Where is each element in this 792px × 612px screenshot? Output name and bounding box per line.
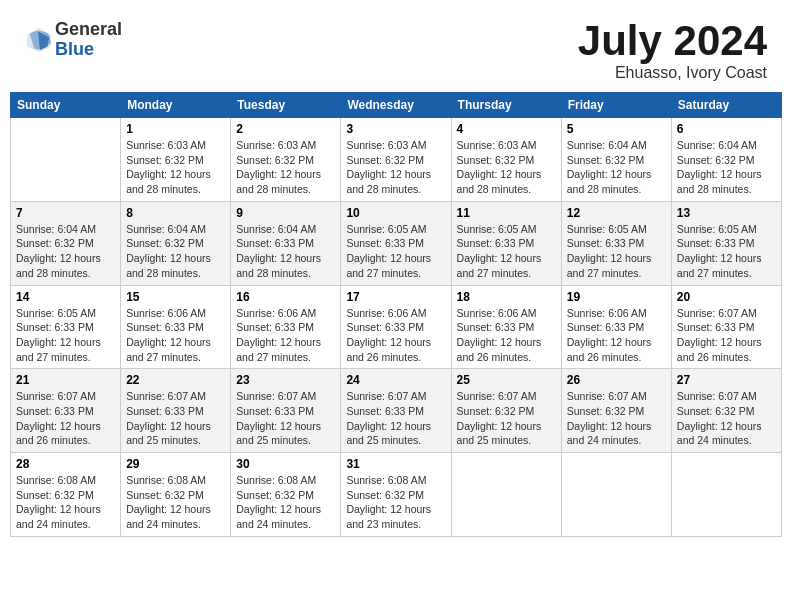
- day-number: 15: [126, 290, 225, 304]
- day-number: 13: [677, 206, 776, 220]
- day-number: 14: [16, 290, 115, 304]
- calendar-cell: [671, 453, 781, 537]
- day-number: 7: [16, 206, 115, 220]
- calendar-cell: 31Sunrise: 6:08 AMSunset: 6:32 PMDayligh…: [341, 453, 451, 537]
- day-number: 30: [236, 457, 335, 471]
- day-info: Sunrise: 6:05 AMSunset: 6:33 PMDaylight:…: [457, 222, 556, 281]
- day-info: Sunrise: 6:05 AMSunset: 6:33 PMDaylight:…: [346, 222, 445, 281]
- day-number: 12: [567, 206, 666, 220]
- day-info: Sunrise: 6:03 AMSunset: 6:32 PMDaylight:…: [236, 138, 335, 197]
- day-info: Sunrise: 6:07 AMSunset: 6:33 PMDaylight:…: [346, 389, 445, 448]
- calendar-cell: 12Sunrise: 6:05 AMSunset: 6:33 PMDayligh…: [561, 201, 671, 285]
- calendar-cell: 28Sunrise: 6:08 AMSunset: 6:32 PMDayligh…: [11, 453, 121, 537]
- day-number: 19: [567, 290, 666, 304]
- calendar-cell: 13Sunrise: 6:05 AMSunset: 6:33 PMDayligh…: [671, 201, 781, 285]
- calendar-cell: 19Sunrise: 6:06 AMSunset: 6:33 PMDayligh…: [561, 285, 671, 369]
- day-info: Sunrise: 6:06 AMSunset: 6:33 PMDaylight:…: [346, 306, 445, 365]
- weekday-header-sunday: Sunday: [11, 93, 121, 118]
- header: General Blue July 2024 Ehuasso, Ivory Co…: [10, 10, 782, 87]
- day-info: Sunrise: 6:05 AMSunset: 6:33 PMDaylight:…: [16, 306, 115, 365]
- day-info: Sunrise: 6:03 AMSunset: 6:32 PMDaylight:…: [346, 138, 445, 197]
- day-number: 23: [236, 373, 335, 387]
- weekday-header-wednesday: Wednesday: [341, 93, 451, 118]
- day-info: Sunrise: 6:08 AMSunset: 6:32 PMDaylight:…: [236, 473, 335, 532]
- calendar-cell: 16Sunrise: 6:06 AMSunset: 6:33 PMDayligh…: [231, 285, 341, 369]
- calendar-cell: 30Sunrise: 6:08 AMSunset: 6:32 PMDayligh…: [231, 453, 341, 537]
- calendar-cell: 3Sunrise: 6:03 AMSunset: 6:32 PMDaylight…: [341, 118, 451, 202]
- calendar-week-row: 14Sunrise: 6:05 AMSunset: 6:33 PMDayligh…: [11, 285, 782, 369]
- day-info: Sunrise: 6:04 AMSunset: 6:32 PMDaylight:…: [567, 138, 666, 197]
- day-number: 22: [126, 373, 225, 387]
- logo-general-text: General: [55, 20, 122, 40]
- weekday-header-row: SundayMondayTuesdayWednesdayThursdayFrid…: [11, 93, 782, 118]
- calendar-cell: [561, 453, 671, 537]
- calendar-cell: 22Sunrise: 6:07 AMSunset: 6:33 PMDayligh…: [121, 369, 231, 453]
- day-info: Sunrise: 6:07 AMSunset: 6:33 PMDaylight:…: [126, 389, 225, 448]
- weekday-header-tuesday: Tuesday: [231, 93, 341, 118]
- day-number: 3: [346, 122, 445, 136]
- calendar-week-row: 7Sunrise: 6:04 AMSunset: 6:32 PMDaylight…: [11, 201, 782, 285]
- day-number: 27: [677, 373, 776, 387]
- day-info: Sunrise: 6:04 AMSunset: 6:32 PMDaylight:…: [677, 138, 776, 197]
- calendar-cell: 29Sunrise: 6:08 AMSunset: 6:32 PMDayligh…: [121, 453, 231, 537]
- day-number: 31: [346, 457, 445, 471]
- day-info: Sunrise: 6:07 AMSunset: 6:32 PMDaylight:…: [457, 389, 556, 448]
- day-number: 20: [677, 290, 776, 304]
- day-info: Sunrise: 6:06 AMSunset: 6:33 PMDaylight:…: [457, 306, 556, 365]
- calendar-cell: 5Sunrise: 6:04 AMSunset: 6:32 PMDaylight…: [561, 118, 671, 202]
- logo: General Blue: [25, 20, 122, 60]
- day-info: Sunrise: 6:08 AMSunset: 6:32 PMDaylight:…: [16, 473, 115, 532]
- day-info: Sunrise: 6:04 AMSunset: 6:32 PMDaylight:…: [16, 222, 115, 281]
- month-title: July 2024: [578, 20, 767, 62]
- day-info: Sunrise: 6:08 AMSunset: 6:32 PMDaylight:…: [126, 473, 225, 532]
- calendar-cell: 24Sunrise: 6:07 AMSunset: 6:33 PMDayligh…: [341, 369, 451, 453]
- day-info: Sunrise: 6:06 AMSunset: 6:33 PMDaylight:…: [236, 306, 335, 365]
- calendar-cell: 7Sunrise: 6:04 AMSunset: 6:32 PMDaylight…: [11, 201, 121, 285]
- day-info: Sunrise: 6:05 AMSunset: 6:33 PMDaylight:…: [677, 222, 776, 281]
- day-number: 6: [677, 122, 776, 136]
- day-info: Sunrise: 6:06 AMSunset: 6:33 PMDaylight:…: [567, 306, 666, 365]
- weekday-header-friday: Friday: [561, 93, 671, 118]
- weekday-header-monday: Monday: [121, 93, 231, 118]
- day-info: Sunrise: 6:07 AMSunset: 6:32 PMDaylight:…: [567, 389, 666, 448]
- calendar-table: SundayMondayTuesdayWednesdayThursdayFrid…: [10, 92, 782, 537]
- logo-icon: [25, 26, 53, 54]
- weekday-header-thursday: Thursday: [451, 93, 561, 118]
- calendar-cell: [451, 453, 561, 537]
- logo-blue-text: Blue: [55, 40, 122, 60]
- day-number: 21: [16, 373, 115, 387]
- calendar-cell: 9Sunrise: 6:04 AMSunset: 6:33 PMDaylight…: [231, 201, 341, 285]
- day-number: 11: [457, 206, 556, 220]
- calendar-cell: 4Sunrise: 6:03 AMSunset: 6:32 PMDaylight…: [451, 118, 561, 202]
- day-number: 5: [567, 122, 666, 136]
- calendar-cell: 14Sunrise: 6:05 AMSunset: 6:33 PMDayligh…: [11, 285, 121, 369]
- calendar-cell: 17Sunrise: 6:06 AMSunset: 6:33 PMDayligh…: [341, 285, 451, 369]
- calendar-cell: 18Sunrise: 6:06 AMSunset: 6:33 PMDayligh…: [451, 285, 561, 369]
- day-info: Sunrise: 6:04 AMSunset: 6:32 PMDaylight:…: [126, 222, 225, 281]
- day-number: 29: [126, 457, 225, 471]
- day-info: Sunrise: 6:03 AMSunset: 6:32 PMDaylight:…: [126, 138, 225, 197]
- calendar-cell: 6Sunrise: 6:04 AMSunset: 6:32 PMDaylight…: [671, 118, 781, 202]
- day-number: 10: [346, 206, 445, 220]
- day-number: 9: [236, 206, 335, 220]
- calendar-cell: 26Sunrise: 6:07 AMSunset: 6:32 PMDayligh…: [561, 369, 671, 453]
- calendar-cell: 25Sunrise: 6:07 AMSunset: 6:32 PMDayligh…: [451, 369, 561, 453]
- day-number: 1: [126, 122, 225, 136]
- location-title: Ehuasso, Ivory Coast: [578, 64, 767, 82]
- calendar-cell: 11Sunrise: 6:05 AMSunset: 6:33 PMDayligh…: [451, 201, 561, 285]
- day-info: Sunrise: 6:07 AMSunset: 6:33 PMDaylight:…: [16, 389, 115, 448]
- calendar-week-row: 21Sunrise: 6:07 AMSunset: 6:33 PMDayligh…: [11, 369, 782, 453]
- day-info: Sunrise: 6:03 AMSunset: 6:32 PMDaylight:…: [457, 138, 556, 197]
- day-info: Sunrise: 6:07 AMSunset: 6:32 PMDaylight:…: [677, 389, 776, 448]
- calendar-cell: 2Sunrise: 6:03 AMSunset: 6:32 PMDaylight…: [231, 118, 341, 202]
- calendar-week-row: 28Sunrise: 6:08 AMSunset: 6:32 PMDayligh…: [11, 453, 782, 537]
- calendar-cell: [11, 118, 121, 202]
- calendar-cell: 21Sunrise: 6:07 AMSunset: 6:33 PMDayligh…: [11, 369, 121, 453]
- calendar-cell: 27Sunrise: 6:07 AMSunset: 6:32 PMDayligh…: [671, 369, 781, 453]
- logo-text: General Blue: [55, 20, 122, 60]
- calendar-cell: 10Sunrise: 6:05 AMSunset: 6:33 PMDayligh…: [341, 201, 451, 285]
- calendar-week-row: 1Sunrise: 6:03 AMSunset: 6:32 PMDaylight…: [11, 118, 782, 202]
- day-info: Sunrise: 6:07 AMSunset: 6:33 PMDaylight:…: [677, 306, 776, 365]
- calendar-cell: 15Sunrise: 6:06 AMSunset: 6:33 PMDayligh…: [121, 285, 231, 369]
- day-number: 16: [236, 290, 335, 304]
